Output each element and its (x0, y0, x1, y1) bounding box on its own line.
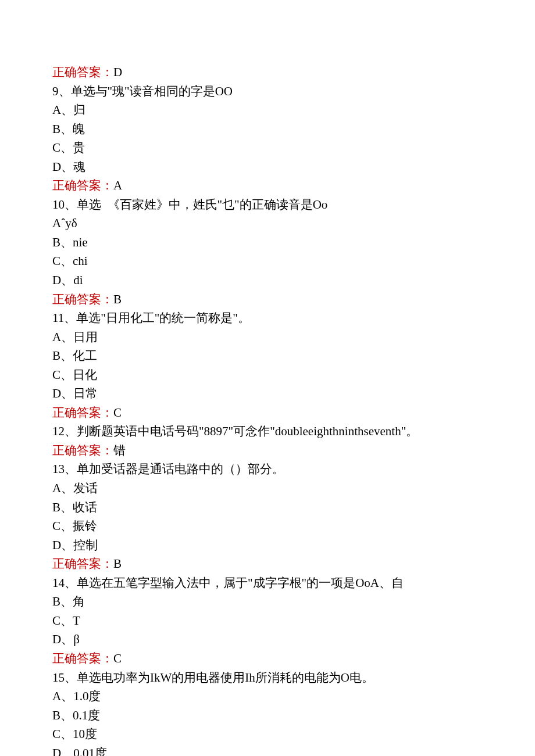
option: C、10度 (52, 725, 483, 744)
option: C、chi (52, 252, 483, 271)
option: C、日化 (52, 366, 483, 385)
answer-line: 正确答案：C (52, 649, 483, 668)
option: D、di (52, 271, 483, 290)
option: C、振铃 (52, 517, 483, 536)
answer-label: 正确答案： (52, 65, 113, 79)
option: B、化工 (52, 346, 483, 366)
option: D、0.01度 (52, 744, 483, 756)
option: B、收话 (52, 498, 483, 517)
answer-label: 正确答案： (52, 292, 113, 306)
answer-line: 正确答案：B (52, 290, 483, 309)
option: D、日常 (52, 384, 483, 403)
answer-label: 正确答案： (52, 557, 113, 571)
answer-value: C (113, 406, 122, 420)
question-stem: 10、单选 《百家姓》中，姓氏"乜"的正确读音是Oo (52, 195, 483, 214)
question-stem: 13、单加受话器是通话电路中的（）部分。 (52, 460, 483, 479)
option: A、归 (52, 101, 483, 120)
option: A、日用 (52, 328, 483, 347)
answer-value: D (113, 65, 122, 79)
option: B、魄 (52, 120, 483, 139)
answer-value: 错 (113, 443, 126, 457)
page: 正确答案：D 9、单选与"瑰"读音相同的字是OO A、归 B、魄 C、贵 D、魂… (0, 0, 535, 756)
option: C、贵 (52, 138, 483, 157)
option: B、角 (52, 592, 483, 611)
answer-label: 正确答案： (52, 406, 113, 420)
answer-value: C (113, 651, 122, 665)
answer-line: 正确答案：D (52, 63, 483, 82)
option: C、T (52, 611, 483, 630)
answer-value: B (113, 292, 122, 306)
answer-value: B (113, 557, 122, 571)
answer-line: 正确答案：A (52, 176, 483, 195)
answer-value: A (113, 178, 122, 192)
question-stem: 11、单选"日用化工"的统一简称是"。 (52, 309, 483, 328)
option: A、1.0度 (52, 687, 483, 706)
option: D、魂 (52, 157, 483, 177)
option: Aˆyδ (52, 214, 483, 233)
answer-label: 正确答案： (52, 651, 113, 665)
question-stem: 14、单选在五笔字型输入法中，属于"成字字根"的一项是OoA、自 (52, 574, 483, 593)
option: B、nie (52, 233, 483, 252)
option: A、发话 (52, 479, 483, 498)
question-stem: 9、单选与"瑰"读音相同的字是OO (52, 82, 483, 101)
answer-line: 正确答案：C (52, 403, 483, 422)
option: D、控制 (52, 536, 483, 555)
question-stem: 15、单选电功率为IkW的用电器使用Ih所消耗的电能为O电。 (52, 668, 483, 687)
question-stem: 12、判断题英语中电话号码"8897"可念作"doubleeighthninth… (52, 422, 483, 441)
answer-label: 正确答案： (52, 443, 113, 457)
option: D、β (52, 630, 483, 649)
answer-label: 正确答案： (52, 178, 113, 192)
answer-line: 正确答案：B (52, 554, 483, 574)
option: B、0.1度 (52, 706, 483, 725)
answer-line: 正确答案：错 (52, 441, 483, 460)
